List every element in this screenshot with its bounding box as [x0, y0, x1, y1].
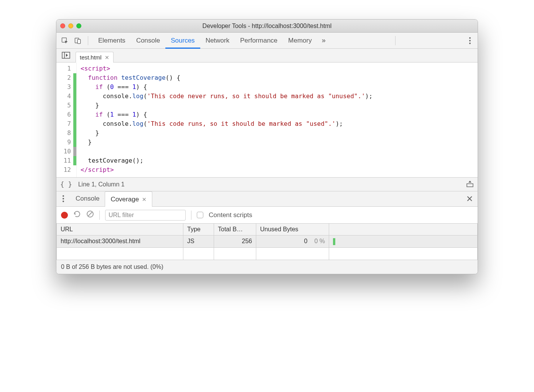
coverage-toolbar: URL filter Content scripts	[56, 207, 478, 224]
separator	[88, 36, 88, 45]
coverage-row-empty	[57, 247, 478, 260]
coverage-marker	[73, 128, 76, 138]
collapse-drawer-icon[interactable]	[466, 180, 474, 189]
line-number: 6	[56, 110, 73, 119]
line-number: 11	[56, 156, 73, 165]
code-line: }	[81, 138, 474, 147]
code-line: <script>	[81, 64, 474, 73]
separator	[191, 211, 191, 220]
tab-console[interactable]: Console	[131, 33, 165, 49]
line-number: 8	[56, 128, 73, 138]
url-filter-input[interactable]: URL filter	[105, 210, 186, 221]
svg-marker-5	[66, 54, 68, 57]
coverage-marker	[73, 73, 76, 82]
clear-icon[interactable]	[86, 210, 94, 220]
drawer-tabbar: ConsoleCoverage✕ ✕	[56, 191, 478, 207]
line-number: 7	[56, 119, 73, 128]
cell-unused: 00 %	[256, 236, 329, 248]
source-editor[interactable]: 123456789101112 <script> function testCo…	[56, 63, 478, 178]
line-number: 10	[56, 147, 73, 156]
zoom-window-button[interactable]	[76, 23, 81, 28]
col-bar	[329, 224, 478, 236]
file-tab-test-html[interactable]: test.html ✕	[76, 52, 114, 63]
content-scripts-label: Content scripts	[209, 211, 252, 219]
line-number: 9	[56, 138, 73, 147]
tab-performance[interactable]: Performance	[235, 33, 283, 49]
code-content[interactable]: <script> function testCoverage() { if (0…	[77, 63, 478, 177]
code-line: console.log('This code runs, so it shoul…	[81, 119, 474, 128]
coverage-marker	[73, 165, 76, 175]
drawer-tab-console[interactable]: Console	[70, 191, 105, 206]
coverage-marker	[73, 101, 76, 110]
record-button[interactable]	[61, 212, 68, 219]
more-tabs-button[interactable]: »	[320, 36, 328, 44]
cell-total: 256	[214, 236, 256, 248]
code-line: }	[81, 101, 474, 110]
code-line: function testCoverage() {	[81, 73, 474, 82]
tab-memory[interactable]: Memory	[283, 33, 317, 49]
col-type[interactable]: Type	[183, 224, 214, 236]
code-line: }	[81, 128, 474, 138]
main-toolbar: ElementsConsoleSourcesNetworkPerformance…	[56, 33, 478, 49]
close-window-button[interactable]	[60, 23, 65, 28]
coverage-marker	[73, 147, 76, 156]
line-number: 12	[56, 165, 73, 175]
svg-rect-6	[467, 184, 473, 187]
navigator-toggle-icon[interactable]	[56, 48, 76, 62]
code-line: </script>	[81, 165, 474, 175]
code-line: if (0 === 1) {	[81, 82, 474, 92]
coverage-summary: 0 B of 256 B bytes are not used. (0%)	[56, 260, 478, 274]
tab-network[interactable]: Network	[200, 33, 235, 49]
file-tab-label: test.html	[80, 54, 102, 61]
coverage-row[interactable]: http://localhost:3000/test.htmlJS25600 %	[57, 236, 478, 248]
cell-type: JS	[183, 236, 214, 248]
code-line: testCoverage();	[81, 156, 474, 165]
line-gutter: 123456789101112	[56, 63, 77, 177]
code-line: if (1 === 1) {	[81, 110, 474, 119]
close-icon[interactable]: ✕	[105, 54, 109, 61]
url-filter-placeholder: URL filter	[109, 212, 134, 219]
editor-tabbar: test.html ✕	[56, 49, 478, 63]
code-line: console.log('This code never runs, so it…	[81, 92, 474, 101]
inspect-element-icon[interactable]	[59, 35, 70, 46]
close-drawer-icon[interactable]: ✕	[466, 194, 473, 204]
devtools-window: Developer Tools - http://localhost:3000/…	[56, 19, 478, 274]
drawer-menu-icon[interactable]	[56, 191, 70, 206]
pretty-print-icon[interactable]: { }	[60, 181, 72, 188]
cell-url: http://localhost:3000/test.html	[57, 236, 183, 248]
tab-elements[interactable]: Elements	[93, 33, 131, 49]
content-scripts-checkbox[interactable]	[197, 212, 203, 218]
window-title: Developer Tools - http://localhost:3000/…	[56, 23, 478, 30]
line-number: 3	[56, 82, 73, 92]
line-number: 4	[56, 92, 73, 101]
titlebar: Developer Tools - http://localhost:3000/…	[56, 20, 478, 33]
col-url[interactable]: URL	[57, 224, 183, 236]
col-total[interactable]: Total B…	[214, 224, 256, 236]
coverage-marker	[73, 156, 76, 165]
tab-sources[interactable]: Sources	[165, 33, 200, 49]
device-toolbar-icon[interactable]	[73, 35, 83, 46]
traffic-lights	[60, 23, 81, 28]
separator	[395, 36, 396, 45]
editor-statusbar: { } Line 1, Column 1	[56, 178, 478, 191]
coverage-marker	[73, 92, 76, 101]
svg-line-9	[88, 212, 92, 216]
coverage-marker	[73, 82, 76, 92]
separator	[99, 211, 100, 220]
code-line	[81, 147, 474, 156]
coverage-marker	[73, 64, 76, 73]
close-icon[interactable]: ✕	[142, 196, 147, 203]
coverage-table: URL Type Total B… Unused Bytes http://lo…	[56, 224, 478, 260]
svg-marker-7	[468, 181, 471, 183]
coverage-marker	[73, 138, 76, 147]
settings-menu-icon[interactable]	[465, 37, 475, 44]
col-unused[interactable]: Unused Bytes	[256, 224, 329, 236]
drawer-tab-coverage[interactable]: Coverage✕	[105, 191, 152, 207]
reload-icon[interactable]	[73, 210, 81, 220]
main-tabs: ElementsConsoleSourcesNetworkPerformance…	[93, 33, 317, 49]
minimize-window-button[interactable]	[68, 23, 73, 28]
line-number: 1	[56, 64, 73, 73]
coverage-marker	[73, 110, 76, 119]
svg-rect-2	[77, 39, 81, 43]
coverage-marker	[73, 119, 76, 128]
